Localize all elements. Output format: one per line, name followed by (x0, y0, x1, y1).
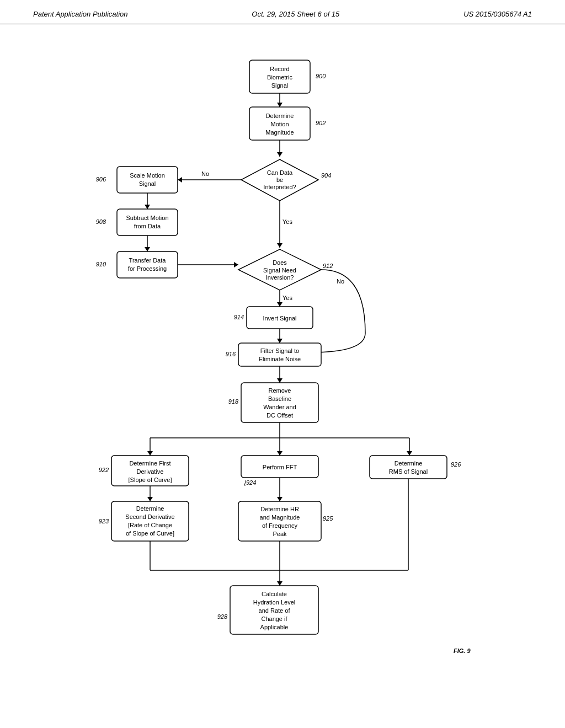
svg-rect-28 (117, 209, 178, 235)
svg-text:Determine First: Determine First (129, 460, 170, 467)
svg-text:Scale Motion: Scale Motion (130, 172, 165, 179)
svg-text:Change if: Change if (261, 615, 287, 622)
svg-text:922: 922 (99, 467, 109, 473)
svg-text:be: be (276, 176, 283, 183)
svg-marker-95 (277, 497, 282, 501)
svg-text:Determine HR: Determine HR (260, 506, 299, 512)
svg-text:and Rate of: and Rate of (259, 607, 291, 614)
svg-text:[Slope of Curve]: [Slope of Curve] (129, 477, 172, 483)
svg-text:Transfer Data: Transfer Data (129, 257, 167, 264)
svg-text:925: 925 (323, 515, 333, 522)
svg-text:Perform FFT: Perform FFT (263, 464, 297, 470)
svg-text:Second Derivative: Second Derivative (125, 513, 174, 520)
svg-text:Peak: Peak (273, 531, 287, 537)
svg-marker-63 (277, 378, 282, 383)
svg-text:928: 928 (217, 613, 228, 620)
svg-text:⌊924: ⌊924 (244, 479, 256, 486)
header-left: Patent Application Publication (33, 10, 128, 18)
svg-text:Filter Signal to: Filter Signal to (260, 347, 299, 354)
svg-text:Derivative: Derivative (137, 468, 164, 475)
svg-text:904: 904 (321, 172, 331, 179)
svg-marker-13 (277, 152, 282, 157)
svg-text:Calculate: Calculate (262, 591, 287, 597)
svg-text:Invert Signal: Invert Signal (263, 315, 296, 322)
svg-text:Does: Does (273, 259, 287, 266)
header-center: Oct. 29, 2015 Sheet 6 of 15 (252, 10, 339, 18)
svg-text:Signal: Signal (271, 82, 289, 89)
svg-text:[Rate of Change: [Rate of Change (128, 522, 172, 528)
svg-marker-111 (277, 581, 282, 586)
svg-text:Motion: Motion (270, 121, 289, 127)
svg-marker-84 (147, 497, 153, 501)
svg-text:912: 912 (323, 263, 333, 269)
svg-text:Signal: Signal (139, 180, 156, 187)
svg-text:Subtract Motion: Subtract Motion (126, 215, 168, 221)
svg-text:Yes: Yes (282, 218, 292, 225)
header: Patent Application Publication Oct. 29, … (0, 0, 565, 24)
svg-marker-73 (147, 451, 153, 456)
svg-text:Eliminate Noise: Eliminate Noise (259, 356, 301, 362)
svg-marker-6 (277, 103, 282, 107)
svg-text:Magnitude: Magnitude (265, 129, 294, 136)
svg-text:Can Data: Can Data (267, 169, 293, 176)
svg-text:902: 902 (316, 120, 326, 126)
svg-marker-27 (145, 205, 150, 209)
svg-text:Remove: Remove (269, 387, 291, 394)
svg-text:Determine: Determine (266, 113, 294, 119)
svg-text:Biometric: Biometric (267, 74, 292, 81)
svg-text:of Slope of Curve]: of Slope of Curve] (126, 530, 174, 537)
svg-text:for Processing: for Processing (128, 265, 167, 272)
svg-text:Inversion?: Inversion? (266, 274, 294, 281)
svg-text:906: 906 (96, 176, 106, 183)
svg-text:RMS of Signal: RMS of Signal (389, 468, 428, 475)
svg-text:DC Offset: DC Offset (266, 412, 293, 419)
svg-text:Determine: Determine (395, 460, 423, 467)
svg-text:Signal Need: Signal Need (263, 267, 296, 274)
svg-text:Determine: Determine (136, 505, 164, 512)
svg-marker-49 (277, 302, 282, 307)
svg-text:910: 910 (96, 261, 106, 267)
header-right: US 2015/0305674 A1 (463, 10, 532, 18)
diagram-area: Record Biometric Signal 900 Determine Mo… (0, 30, 565, 728)
svg-marker-41 (277, 243, 282, 248)
svg-text:Yes: Yes (282, 295, 292, 301)
svg-text:923: 923 (99, 518, 109, 524)
svg-text:918: 918 (228, 398, 239, 405)
svg-text:and Magnitude: and Magnitude (260, 514, 300, 521)
svg-text:Interpreted?: Interpreted? (263, 184, 296, 190)
svg-marker-20 (178, 177, 182, 183)
svg-rect-102 (370, 456, 447, 479)
svg-rect-58 (238, 343, 321, 366)
svg-text:Hydration Level: Hydration Level (253, 599, 295, 606)
svg-text:No: No (337, 278, 344, 285)
svg-text:FIG. 9: FIG. 9 (454, 647, 471, 654)
svg-text:926: 926 (451, 461, 461, 468)
svg-rect-22 (117, 167, 178, 193)
svg-text:Applicable: Applicable (260, 624, 289, 630)
svg-text:916: 916 (226, 351, 236, 357)
svg-marker-33 (145, 247, 150, 251)
svg-text:908: 908 (96, 218, 106, 225)
svg-text:of Frequency: of Frequency (262, 522, 298, 529)
svg-text:914: 914 (234, 314, 244, 320)
svg-text:Record: Record (270, 66, 289, 72)
svg-text:900: 900 (316, 73, 326, 79)
svg-marker-77 (407, 451, 412, 456)
svg-text:Wander and: Wander and (263, 404, 296, 410)
svg-text:No: No (201, 170, 209, 177)
svg-rect-34 (117, 251, 178, 278)
svg-text:Baseline: Baseline (268, 395, 291, 402)
svg-marker-39 (234, 262, 238, 267)
svg-marker-57 (277, 339, 282, 343)
svg-marker-75 (277, 451, 282, 456)
svg-text:from Data: from Data (134, 223, 161, 229)
